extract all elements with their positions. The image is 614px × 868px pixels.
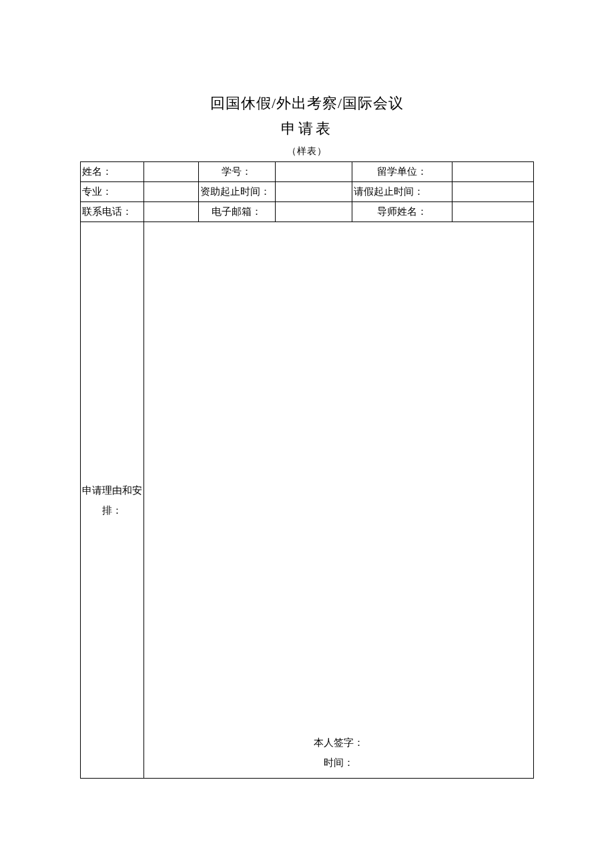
name-label: 姓名： [81, 162, 144, 182]
student-id-label: 学号： [198, 162, 275, 182]
signature-label: 本人签字： [144, 733, 533, 753]
table-row: 姓名： 学号： 留学单位： [81, 162, 534, 182]
page-subtitle: （样表） [80, 145, 534, 157]
study-unit-field[interactable] [452, 162, 533, 182]
reason-label: 申请理由和安排： [81, 222, 144, 779]
leave-period-label: 请假起止时间： [352, 182, 452, 202]
advisor-field[interactable] [452, 202, 533, 222]
funding-period-label: 资助起止时间： [198, 182, 275, 202]
page-title-line2: 申请表 [80, 119, 534, 139]
page-title-line1: 回国休假/外出考察/国际会议 [80, 93, 534, 113]
application-form-table: 姓名： 学号： 留学单位： 专业： 资助起止时间： 请假起止时间： 联系电话： … [80, 161, 534, 779]
phone-field[interactable] [144, 202, 198, 222]
email-label: 电子邮箱： [198, 202, 275, 222]
table-row: 申请理由和安排： 本人签字： 时间： [81, 222, 534, 779]
major-field[interactable] [144, 182, 198, 202]
student-id-field[interactable] [275, 162, 352, 182]
email-field[interactable] [275, 202, 352, 222]
phone-label: 联系电话： [81, 202, 144, 222]
date-label: 时间： [144, 753, 533, 773]
major-label: 专业： [81, 182, 144, 202]
leave-period-field[interactable] [452, 182, 533, 202]
signature-block: 本人签字： 时间： [144, 733, 533, 773]
table-row: 联系电话： 电子邮箱： 导师姓名： [81, 202, 534, 222]
funding-period-field[interactable] [275, 182, 352, 202]
name-field[interactable] [144, 162, 198, 182]
page-container: 回国休假/外出考察/国际会议 申请表 （样表） 姓名： 学号： 留学单位： 专业… [0, 0, 614, 779]
reason-content-cell[interactable]: 本人签字： 时间： [144, 222, 534, 779]
advisor-label: 导师姓名： [352, 202, 452, 222]
study-unit-label: 留学单位： [352, 162, 452, 182]
table-row: 专业： 资助起止时间： 请假起止时间： [81, 182, 534, 202]
